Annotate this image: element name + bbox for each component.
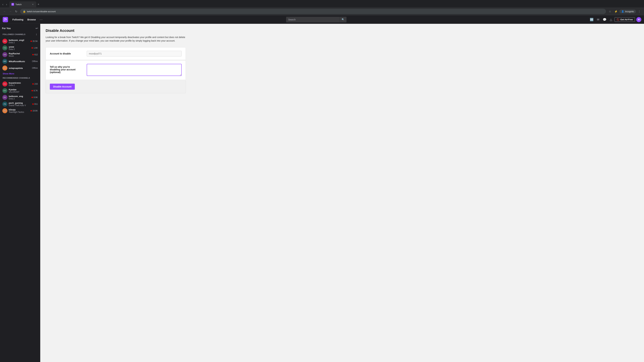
disable-account-button[interactable]: Disable Account — [50, 84, 75, 90]
list-item[interactable]: SO solapsapdota Offline — [1, 65, 40, 71]
reason-label-line2: disabling your account — [50, 68, 76, 71]
avatar: KY — [2, 88, 8, 93]
list-item[interactable]: KY Kyedae VALORANT 8.7K — [1, 87, 40, 94]
search-button[interactable]: 🔍 — [340, 17, 346, 22]
channel-info: yowe Dota 2 — [9, 45, 30, 50]
list-item[interactable]: BE betboom_eng2 Dota 2 20.5K — [1, 38, 40, 44]
channel-name: betboom_eng — [9, 95, 30, 97]
live-dot — [32, 103, 34, 105]
recommended-channels-header: RECOMMENDED CHANNELS — [0, 76, 40, 80]
page-description: Looking for a break from Twitch? We get … — [46, 35, 186, 42]
channel-name: MikaRoseMusic — [9, 60, 31, 63]
live-dot — [32, 54, 34, 55]
reason-form-section: Tell us why you're disabling your accoun… — [46, 60, 186, 80]
following-nav-link[interactable]: Following — [11, 17, 25, 22]
reason-field-container — [87, 64, 182, 76]
channel-viewers: 8.9K — [32, 96, 38, 98]
reason-label-line1: Tell us why you're — [50, 65, 70, 68]
channel-viewers: 1.6K — [32, 47, 38, 49]
avatar: MR — [2, 59, 8, 64]
channel-info: betboom_eng Dota 2 — [9, 95, 30, 100]
notifications-button[interactable]: 🆕 — [589, 17, 594, 22]
nav-more-button[interactable]: ⋯ — [38, 17, 44, 22]
list-item[interactable]: BE betboom_eng Dota 2 8.9K — [1, 94, 40, 101]
avatar: SO — [2, 65, 8, 70]
channel-game: Music — [9, 55, 31, 57]
star-button[interactable]: ☆ — [607, 9, 613, 14]
channel-viewers: 20.5K — [30, 40, 38, 42]
search-input[interactable] — [286, 18, 340, 21]
live-dot — [32, 97, 33, 98]
browser-tab-active[interactable]: Twitch × — [10, 1, 36, 7]
page-container: Disable Account Looking for a break from… — [40, 24, 191, 98]
tab-close-button[interactable]: × — [32, 3, 34, 6]
channel-game: Dota 2 — [9, 41, 29, 44]
get-ad-free-button[interactable]: 🚫 Get Ad-Free — [614, 17, 635, 22]
channel-viewers: 215 — [32, 83, 38, 85]
list-item[interactable]: PE pech_gaming Grand Theft Auto V 811 — [1, 101, 40, 107]
live-dot — [30, 110, 32, 111]
followed-channels-header: FOLLOWED CHANNELS ↕ — [0, 31, 40, 37]
channel-game: Grand Theft Auto V — [9, 104, 31, 107]
forward-button[interactable]: → — [8, 9, 13, 14]
sidebar-collapse-button[interactable]: ↩ — [36, 26, 38, 30]
sort-button[interactable]: ↕ — [36, 32, 38, 36]
tab-title: Twitch — [16, 3, 30, 6]
list-item[interactable]: YO yowe Dota 2 1.6K — [1, 44, 40, 51]
extensions-button[interactable]: ⚡ — [613, 9, 619, 14]
reason-textarea[interactable] — [87, 64, 182, 76]
reload-button[interactable]: ↻ — [14, 9, 19, 14]
twitch-logo[interactable] — [3, 17, 8, 22]
channel-info: pech_gaming Grand Theft Auto V — [9, 102, 31, 107]
incognito-badge[interactable]: 👤 Incognito — [619, 9, 636, 13]
account-field-container — [87, 51, 182, 56]
avatar: BE — [2, 95, 8, 100]
tab-forward-button[interactable]: › — [5, 2, 8, 6]
tab-bar: ‹ › Twitch × + — [0, 0, 644, 7]
nav-buttons: ← → ↻ — [2, 9, 19, 14]
channel-info: RayRachel Music — [9, 52, 31, 57]
account-label: Account to disable — [50, 52, 87, 55]
get-ad-free-label: Get Ad-Free — [620, 18, 633, 21]
list-item[interactable]: RR RayRachel Music 612 — [1, 51, 40, 58]
for-you-title: For You — [2, 27, 11, 30]
prime-button[interactable]: △ — [609, 17, 613, 22]
list-item[interactable]: K3 k3soju Teamfight Tactics 19.6K — [1, 107, 40, 114]
browse-nav-link[interactable]: Browse — [26, 17, 38, 22]
avatar: RR — [2, 52, 8, 57]
main-layout: For You ↩ FOLLOWED CHANNELS ↕ BE betboom… — [0, 24, 644, 362]
avatar: K3 — [2, 108, 8, 113]
live-dot — [32, 90, 33, 91]
address-bar: ← → ↻ 🔒 twitch.tv/user/disable-account ☆… — [0, 7, 644, 15]
twitch-app: Following Browse ⋯ 🔍 🆕 ✉ 💬 △ 🚫 Get Ad-Fr… — [0, 15, 644, 362]
channel-viewers: 8.7K — [32, 89, 38, 92]
channel-info: betboom_eng2 Dota 2 — [9, 39, 29, 44]
avatar: BE — [2, 39, 8, 44]
channel-name: Kyedae — [9, 88, 30, 91]
account-input[interactable] — [87, 51, 182, 56]
user-avatar[interactable]: M — [636, 17, 641, 22]
reason-label: Tell us why you're disabling your accoun… — [50, 64, 87, 73]
channel-name: yowe — [9, 45, 30, 48]
channel-info: k3soju Teamfight Tactics — [9, 108, 29, 113]
followed-section-actions: ↕ — [36, 32, 38, 36]
channel-viewers: 811 — [32, 103, 38, 105]
chrome-menu-button[interactable]: ⋮ — [636, 9, 642, 14]
show-more-button[interactable]: Show More — [0, 71, 40, 76]
whispers-button[interactable]: 💬 — [602, 17, 608, 22]
account-row: Account to disable — [46, 47, 186, 60]
back-button[interactable]: ← — [2, 9, 8, 14]
channel-name: RayRachel — [9, 52, 31, 55]
list-item[interactable]: KU kuyanicwxc Dota 2 215 — [1, 81, 40, 87]
address-actions: ☆ ⚡ 👤 Incognito ⋮ — [607, 9, 642, 14]
search-area: 🔍 — [44, 17, 589, 22]
list-item[interactable]: MR MikaRoseMusic Offline — [1, 58, 40, 65]
tab-favicon — [12, 3, 14, 6]
top-nav-actions: 🆕 ✉ 💬 △ 🚫 Get Ad-Free M — [589, 17, 641, 22]
avatar: PE — [2, 102, 8, 107]
tab-back-button[interactable]: ‹ — [1, 2, 4, 6]
new-tab-button[interactable]: + — [36, 2, 41, 7]
inbox-button[interactable]: ✉ — [596, 17, 600, 22]
recommended-section-title: RECOMMENDED CHANNELS — [3, 77, 30, 79]
url-bar[interactable]: 🔒 twitch.tv/user/disable-account — [20, 9, 606, 14]
